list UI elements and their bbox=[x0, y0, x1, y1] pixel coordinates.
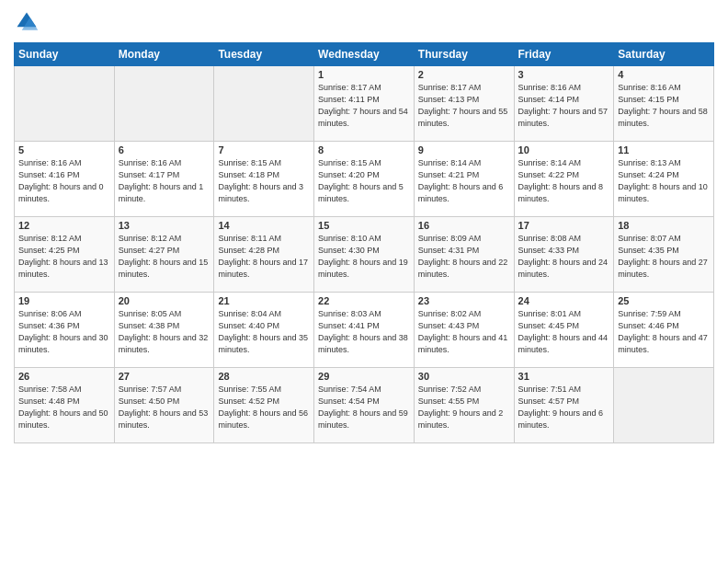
day-number: 11 bbox=[618, 144, 710, 155]
week-row-1: 1Sunrise: 8:17 AMSunset: 4:11 PMDaylight… bbox=[15, 66, 714, 142]
day-number: 12 bbox=[18, 220, 110, 231]
day-number: 25 bbox=[618, 295, 710, 306]
day-cell-empty bbox=[114, 66, 214, 142]
day-cell-17: 17Sunrise: 8:08 AMSunset: 4:33 PMDayligh… bbox=[514, 217, 614, 293]
day-number: 24 bbox=[518, 295, 610, 306]
day-header-tuesday: Tuesday bbox=[214, 43, 314, 66]
day-cell-16: 16Sunrise: 8:09 AMSunset: 4:31 PMDayligh… bbox=[414, 217, 514, 293]
day-info: Sunrise: 8:12 AMSunset: 4:25 PMDaylight:… bbox=[18, 233, 110, 281]
day-cell-15: 15Sunrise: 8:10 AMSunset: 4:30 PMDayligh… bbox=[314, 217, 415, 293]
day-info: Sunrise: 8:08 AMSunset: 4:33 PMDaylight:… bbox=[518, 233, 610, 281]
day-cell-11: 11Sunrise: 8:13 AMSunset: 4:24 PMDayligh… bbox=[614, 142, 714, 217]
day-number: 29 bbox=[318, 371, 410, 382]
header bbox=[14, 9, 714, 35]
day-number: 30 bbox=[418, 371, 510, 382]
day-info: Sunrise: 7:51 AMSunset: 4:57 PMDaylight:… bbox=[518, 384, 610, 431]
day-number: 21 bbox=[218, 295, 310, 306]
day-cell-23: 23Sunrise: 8:02 AMSunset: 4:43 PMDayligh… bbox=[414, 293, 514, 368]
day-cell-25: 25Sunrise: 7:59 AMSunset: 4:46 PMDayligh… bbox=[614, 293, 714, 368]
day-cell-3: 3Sunrise: 8:16 AMSunset: 4:14 PMDaylight… bbox=[514, 66, 614, 142]
day-cell-19: 19Sunrise: 8:06 AMSunset: 4:36 PMDayligh… bbox=[15, 293, 115, 368]
day-cell-12: 12Sunrise: 8:12 AMSunset: 4:25 PMDayligh… bbox=[15, 217, 115, 293]
day-cell-13: 13Sunrise: 8:12 AMSunset: 4:27 PMDayligh… bbox=[114, 217, 214, 293]
day-info: Sunrise: 8:06 AMSunset: 4:36 PMDaylight:… bbox=[18, 308, 110, 356]
day-info: Sunrise: 8:02 AMSunset: 4:43 PMDaylight:… bbox=[418, 308, 510, 356]
day-number: 14 bbox=[218, 220, 310, 231]
day-cell-26: 26Sunrise: 7:58 AMSunset: 4:48 PMDayligh… bbox=[15, 368, 115, 443]
week-row-4: 19Sunrise: 8:06 AMSunset: 4:36 PMDayligh… bbox=[15, 293, 714, 368]
day-info: Sunrise: 8:09 AMSunset: 4:31 PMDaylight:… bbox=[418, 233, 510, 281]
day-number: 17 bbox=[518, 220, 610, 231]
day-cell-4: 4Sunrise: 8:16 AMSunset: 4:15 PMDaylight… bbox=[614, 66, 714, 142]
day-info: Sunrise: 8:17 AMSunset: 4:11 PMDaylight:… bbox=[318, 82, 410, 130]
days-header-row: SundayMondayTuesdayWednesdayThursdayFrid… bbox=[15, 43, 714, 66]
day-number: 26 bbox=[18, 371, 110, 382]
day-cell-empty bbox=[214, 66, 314, 142]
day-cell-5: 5Sunrise: 8:16 AMSunset: 4:16 PMDaylight… bbox=[15, 142, 115, 217]
day-info: Sunrise: 8:15 AMSunset: 4:18 PMDaylight:… bbox=[218, 157, 310, 205]
day-cell-empty bbox=[614, 368, 714, 443]
day-number: 4 bbox=[618, 69, 710, 80]
day-number: 2 bbox=[418, 69, 510, 80]
day-number: 3 bbox=[518, 69, 610, 80]
day-info: Sunrise: 8:14 AMSunset: 4:22 PMDaylight:… bbox=[518, 157, 610, 205]
day-number: 7 bbox=[218, 144, 310, 155]
day-info: Sunrise: 8:12 AMSunset: 4:27 PMDaylight:… bbox=[119, 233, 210, 281]
day-info: Sunrise: 7:55 AMSunset: 4:52 PMDaylight:… bbox=[218, 384, 310, 431]
day-cell-14: 14Sunrise: 8:11 AMSunset: 4:28 PMDayligh… bbox=[214, 217, 314, 293]
day-number: 1 bbox=[318, 69, 410, 80]
day-cell-10: 10Sunrise: 8:14 AMSunset: 4:22 PMDayligh… bbox=[514, 142, 614, 217]
day-number: 19 bbox=[18, 295, 110, 306]
day-cell-28: 28Sunrise: 7:55 AMSunset: 4:52 PMDayligh… bbox=[214, 368, 314, 443]
day-number: 13 bbox=[119, 220, 210, 231]
day-cell-29: 29Sunrise: 7:54 AMSunset: 4:54 PMDayligh… bbox=[314, 368, 415, 443]
day-cell-empty bbox=[15, 66, 115, 142]
day-info: Sunrise: 7:52 AMSunset: 4:55 PMDaylight:… bbox=[418, 384, 510, 431]
day-info: Sunrise: 8:04 AMSunset: 4:40 PMDaylight:… bbox=[218, 308, 310, 356]
day-header-monday: Monday bbox=[114, 43, 214, 66]
day-number: 9 bbox=[418, 144, 510, 155]
day-info: Sunrise: 8:16 AMSunset: 4:16 PMDaylight:… bbox=[18, 157, 110, 205]
day-info: Sunrise: 7:57 AMSunset: 4:50 PMDaylight:… bbox=[119, 384, 210, 431]
day-info: Sunrise: 7:58 AMSunset: 4:48 PMDaylight:… bbox=[18, 384, 110, 431]
day-number: 23 bbox=[418, 295, 510, 306]
week-row-3: 12Sunrise: 8:12 AMSunset: 4:25 PMDayligh… bbox=[15, 217, 714, 293]
day-number: 22 bbox=[318, 295, 410, 306]
day-info: Sunrise: 8:16 AMSunset: 4:17 PMDaylight:… bbox=[119, 157, 210, 205]
day-cell-27: 27Sunrise: 7:57 AMSunset: 4:50 PMDayligh… bbox=[114, 368, 214, 443]
logo-icon bbox=[14, 9, 40, 35]
day-number: 27 bbox=[119, 371, 210, 382]
day-info: Sunrise: 8:14 AMSunset: 4:21 PMDaylight:… bbox=[418, 157, 510, 205]
page: SundayMondayTuesdayWednesdayThursdayFrid… bbox=[0, 0, 728, 563]
day-info: Sunrise: 8:07 AMSunset: 4:35 PMDaylight:… bbox=[618, 233, 710, 281]
day-cell-7: 7Sunrise: 8:15 AMSunset: 4:18 PMDaylight… bbox=[214, 142, 314, 217]
day-info: Sunrise: 8:10 AMSunset: 4:30 PMDaylight:… bbox=[318, 233, 410, 281]
day-number: 28 bbox=[218, 371, 310, 382]
day-info: Sunrise: 8:03 AMSunset: 4:41 PMDaylight:… bbox=[318, 308, 410, 356]
day-cell-9: 9Sunrise: 8:14 AMSunset: 4:21 PMDaylight… bbox=[414, 142, 514, 217]
logo bbox=[14, 9, 43, 35]
day-header-saturday: Saturday bbox=[614, 43, 714, 66]
day-number: 20 bbox=[119, 295, 210, 306]
day-info: Sunrise: 8:05 AMSunset: 4:38 PMDaylight:… bbox=[119, 308, 210, 356]
day-header-wednesday: Wednesday bbox=[314, 43, 415, 66]
day-number: 18 bbox=[618, 220, 710, 231]
day-info: Sunrise: 8:01 AMSunset: 4:45 PMDaylight:… bbox=[518, 308, 610, 356]
day-info: Sunrise: 8:17 AMSunset: 4:13 PMDaylight:… bbox=[418, 82, 510, 130]
week-row-5: 26Sunrise: 7:58 AMSunset: 4:48 PMDayligh… bbox=[15, 368, 714, 443]
day-cell-1: 1Sunrise: 8:17 AMSunset: 4:11 PMDaylight… bbox=[314, 66, 415, 142]
day-number: 6 bbox=[119, 144, 210, 155]
day-number: 5 bbox=[18, 144, 110, 155]
day-info: Sunrise: 7:54 AMSunset: 4:54 PMDaylight:… bbox=[318, 384, 410, 431]
day-info: Sunrise: 8:15 AMSunset: 4:20 PMDaylight:… bbox=[318, 157, 410, 205]
day-cell-6: 6Sunrise: 8:16 AMSunset: 4:17 PMDaylight… bbox=[114, 142, 214, 217]
day-header-sunday: Sunday bbox=[15, 43, 115, 66]
day-header-thursday: Thursday bbox=[414, 43, 514, 66]
week-row-2: 5Sunrise: 8:16 AMSunset: 4:16 PMDaylight… bbox=[15, 142, 714, 217]
day-cell-31: 31Sunrise: 7:51 AMSunset: 4:57 PMDayligh… bbox=[514, 368, 614, 443]
day-info: Sunrise: 7:59 AMSunset: 4:46 PMDaylight:… bbox=[618, 308, 710, 356]
day-cell-22: 22Sunrise: 8:03 AMSunset: 4:41 PMDayligh… bbox=[314, 293, 415, 368]
calendar-table: SundayMondayTuesdayWednesdayThursdayFrid… bbox=[14, 42, 714, 443]
day-number: 15 bbox=[318, 220, 410, 231]
day-cell-8: 8Sunrise: 8:15 AMSunset: 4:20 PMDaylight… bbox=[314, 142, 415, 217]
